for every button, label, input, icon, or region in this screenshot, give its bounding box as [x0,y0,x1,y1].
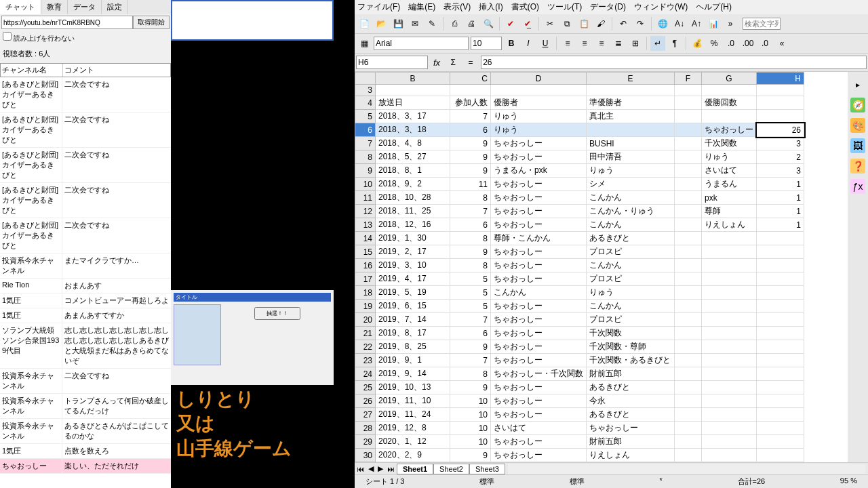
no-read-checkbox[interactable]: 読み上げを行わない [0,30,171,45]
cell[interactable] [757,408,804,422]
cell[interactable]: ちゃおっしー [491,137,587,150]
cell[interactable]: 真北主 [587,110,675,123]
row-header[interactable]: 11 [355,191,376,205]
link-icon[interactable]: 🌐 [655,16,670,31]
comment-row[interactable]: [あるきびと財団]カイザーあるきびと二次会ですね [0,77,171,113]
cell[interactable]: 6 [450,123,491,137]
comment-row[interactable]: 1気圧点数を数えろ [0,444,171,459]
cell[interactable] [702,286,757,300]
cell[interactable] [675,96,702,110]
cell[interactable] [702,367,757,381]
align-left-icon[interactable]: ≡ [560,36,575,51]
chart-icon[interactable]: 📊 [706,16,721,31]
percent-icon[interactable]: % [707,36,722,51]
cell[interactable]: 6 [450,327,491,340]
cell[interactable] [757,449,804,462]
cell[interactable]: 2018、10、28 [376,191,450,205]
cell[interactable] [675,191,702,205]
lottery-button[interactable]: 抽選！！ [254,307,300,320]
cell[interactable] [757,245,804,259]
cell[interactable]: うまるん・pxk [491,164,587,178]
cell[interactable]: 3 [757,164,804,178]
first-sheet-icon[interactable]: ⏮ [355,465,366,473]
cell[interactable]: 準優勝者 [587,96,675,110]
cell[interactable]: ちゃおっしー [491,340,587,354]
cell[interactable]: 8 [450,367,491,381]
cell[interactable] [675,164,702,178]
col-header[interactable]: C [450,73,491,85]
paste-icon[interactable]: 📋 [576,16,591,31]
cell[interactable]: りえしょん [587,449,675,462]
cell[interactable]: 2 [757,150,804,164]
cell[interactable] [702,313,757,327]
cell[interactable]: ちゃおっしー [491,272,587,286]
font-select[interactable] [374,37,469,50]
cell[interactable]: さいはて [702,164,757,178]
cell[interactable]: プロスピ [587,272,675,286]
cell[interactable] [702,245,757,259]
cell[interactable]: 2019、8、25 [376,340,450,354]
cell[interactable] [702,327,757,340]
cell[interactable] [675,245,702,259]
h-scrollbar[interactable] [508,464,865,474]
cell[interactable]: りゅう [587,286,675,300]
cell[interactable] [702,110,757,123]
cell[interactable] [675,394,702,408]
cell[interactable]: 2019、2、17 [376,245,450,259]
cell[interactable] [757,394,804,408]
fx-icon[interactable]: fx [431,58,443,68]
row-header[interactable]: 25 [355,381,376,394]
save-icon[interactable]: 💾 [391,16,406,31]
cell[interactable]: ちゃおっしー [491,313,587,327]
cell[interactable]: 放送日 [376,96,450,110]
number-icon[interactable]: .0 [724,36,738,51]
cell[interactable]: 千次関数・尊師 [587,340,675,354]
cell[interactable]: こんかん [491,286,587,300]
cell[interactable] [675,137,702,150]
url-input[interactable] [1,16,133,29]
cell[interactable] [675,272,702,286]
cell[interactable]: 10 [450,408,491,422]
row-header[interactable]: 29 [355,435,376,449]
cell[interactable]: 9 [450,150,491,164]
cell[interactable] [702,300,757,313]
tab-settings[interactable]: 設定 [102,0,128,14]
cell[interactable]: 2019、1、30 [376,232,450,245]
prev-sheet-icon[interactable]: ◀ [366,464,376,473]
cell[interactable]: 千次関数・あるきびと [587,354,675,367]
row-header[interactable]: 28 [355,422,376,435]
cell[interactable]: ちゃおっしー [491,449,587,462]
cell[interactable] [757,110,804,123]
comment-row[interactable]: 1気圧コメントビューアー再起しろよ [0,293,171,308]
col-header[interactable]: G [702,73,757,85]
col-header[interactable]: E [587,73,675,85]
cell[interactable]: 2018、11、25 [376,205,450,218]
cut-icon[interactable]: ✂ [542,16,557,31]
new-icon[interactable]: 📄 [357,16,372,31]
comment-row[interactable]: [あるきびと財団]カイザーあるきびと二次会ですね [0,183,171,218]
cell[interactable]: 財前五郎 [587,367,675,381]
sum-icon[interactable]: Σ [446,55,460,70]
cell[interactable]: 9 [450,164,491,178]
cell[interactable]: 2019、12、8 [376,422,450,435]
undo-icon[interactable]: ↶ [616,16,631,31]
cell[interactable]: こんかん [587,259,675,272]
cell[interactable]: 5 [450,272,491,286]
cell[interactable] [675,232,702,245]
pdf-icon[interactable]: ⎙ [447,16,462,31]
cell[interactable]: 2018、9、2 [376,178,450,191]
cell[interactable]: 9 [450,449,491,462]
cell[interactable]: ちゃおっしー [491,394,587,408]
cell[interactable] [757,300,804,313]
cell[interactable] [675,408,702,422]
cell[interactable]: ちゃおっしー [702,123,757,137]
cell[interactable]: 2018、5、27 [376,150,450,164]
tab-edu[interactable]: 教育 [41,0,68,14]
row-header[interactable]: 8 [355,150,376,164]
cell[interactable] [376,85,450,96]
col-header[interactable]: D [491,73,587,85]
menu-item[interactable]: ファイル(F) [357,1,400,13]
cell[interactable] [675,313,702,327]
fontsize-select[interactable] [471,37,502,50]
row-header[interactable]: 9 [355,164,376,178]
